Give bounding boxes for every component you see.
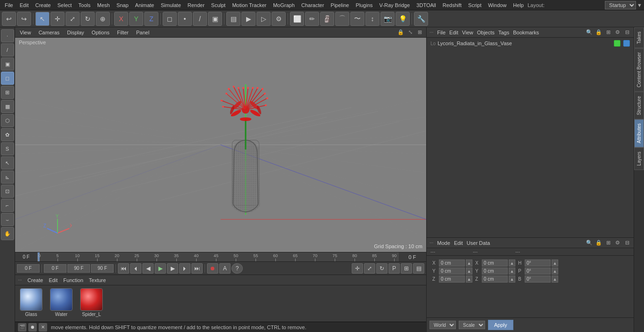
prev-key-btn[interactable]: ◀	[142, 263, 154, 274]
next-key-btn[interactable]: ▶	[167, 263, 178, 274]
material-spider[interactable]: Spider_L	[78, 288, 105, 317]
status-icon-close[interactable]: ✕	[39, 323, 47, 332]
poly-select-btn[interactable]: ⊡	[1, 185, 14, 198]
attr-y-pos-btn[interactable]: ▲	[466, 267, 472, 275]
rotate2-btn[interactable]: ↻	[376, 263, 388, 274]
obj-settings-icon[interactable]: ⚙	[614, 29, 621, 36]
vh-display[interactable]: Display	[65, 29, 86, 36]
attr-x-pos-btn[interactable]: ▲	[466, 259, 472, 267]
attr-y-rot-btn[interactable]: ▲	[509, 267, 515, 275]
mat-function[interactable]: Function	[63, 277, 83, 283]
frame-range-input[interactable]	[91, 264, 114, 273]
points-mode-btn[interactable]: ·	[1, 29, 14, 42]
mat-create[interactable]: Create	[27, 277, 43, 283]
frame-end-input[interactable]	[67, 264, 90, 273]
obj-item-main[interactable]: Lo Lycoris_Radiata_in_Glass_Vase	[427, 38, 634, 49]
attr-z-rot-input[interactable]	[482, 275, 508, 283]
attr-p-input[interactable]	[525, 267, 551, 275]
yaxis-btn[interactable]: Y	[129, 12, 143, 26]
polygon-mode-btn[interactable]: ▣	[1, 57, 14, 71]
texture-btn[interactable]: ▦	[1, 100, 14, 113]
frame-current-input[interactable]	[17, 264, 40, 273]
scale-select[interactable]: Scale	[459, 321, 485, 329]
attr-x-rot-input[interactable]	[482, 259, 508, 267]
obj-search-icon[interactable]: 🔍	[586, 29, 593, 36]
object-mode-btn[interactable]: ◻	[163, 12, 177, 26]
obj-lock-icon[interactable]: 🔒	[595, 29, 603, 36]
transform-btn[interactable]: ⊕	[96, 12, 110, 26]
attr-mode[interactable]: Mode	[437, 240, 450, 246]
next-frame-btn[interactable]: ⏵	[179, 263, 190, 274]
poly-mode-btn[interactable]: ▣	[208, 12, 222, 26]
menu-edit[interactable]: Edit	[17, 1, 32, 9]
material-mode-btn[interactable]: ⬡	[1, 114, 14, 127]
mat-texture[interactable]: Texture	[89, 277, 106, 283]
layout-select[interactable]: Startup	[605, 1, 636, 9]
deform-btn[interactable]: ↕	[365, 12, 380, 26]
autokey-btn[interactable]: A	[219, 263, 231, 274]
uv-mode-btn[interactable]: ⊞	[1, 86, 14, 99]
vp-arrows-icon[interactable]: ⤡	[406, 29, 414, 36]
timeline-ruler[interactable]: 0 5 10 15 20 25 30 35 40 45 50	[38, 252, 398, 261]
vh-cameras[interactable]: Cameras	[37, 29, 62, 36]
record-btn[interactable]: ⏺	[207, 263, 218, 274]
obj-mgr-edit[interactable]: Edit	[449, 30, 458, 35]
attr-search-icon[interactable]: 🔍	[586, 239, 593, 247]
menu-animate[interactable]: Animate	[132, 1, 157, 9]
redo-btn[interactable]: ↪	[17, 12, 31, 26]
paint-btn[interactable]: S	[1, 142, 14, 155]
attr-z-rot-btn[interactable]: ▲	[509, 275, 515, 283]
tab-structure[interactable]: Structure	[634, 92, 644, 120]
rotate-btn[interactable]: ↻	[81, 12, 95, 26]
help-btn[interactable]: ?	[231, 263, 243, 274]
attr-z-pos-input[interactable]	[439, 275, 465, 283]
vp-lock-icon[interactable]: 🔒	[397, 29, 405, 36]
move2-btn[interactable]: ✛	[352, 263, 363, 274]
menu-sculpt[interactable]: Sculpt	[208, 1, 229, 9]
status-icon-record[interactable]: ⏺	[28, 323, 37, 332]
scale2-btn[interactable]: ⤢	[364, 263, 375, 274]
scale-btn[interactable]: ⤢	[66, 12, 80, 26]
vh-filter[interactable]: Filter	[115, 29, 130, 36]
undo-btn[interactable]: ↩	[2, 12, 16, 26]
film-btn[interactable]: ▤	[413, 263, 424, 274]
attr-z-pos-btn[interactable]: ▲	[466, 275, 472, 283]
menu-3dtoall[interactable]: 3DTOAll	[413, 1, 438, 9]
render-settings-btn[interactable]: ⚙	[272, 12, 286, 26]
render-view-btn[interactable]: ▶	[241, 12, 256, 26]
attr-y-pos-input[interactable]	[439, 267, 465, 275]
attr-userdata[interactable]: User Data	[467, 240, 490, 246]
obj-layer-icon[interactable]: ⊞	[604, 29, 612, 36]
attr-layer-icon[interactable]: ⊞	[604, 239, 612, 247]
cube-btn[interactable]: ⬜	[290, 12, 304, 26]
camera2-btn[interactable]: 📷	[380, 12, 395, 26]
menu-mesh[interactable]: Mesh	[94, 1, 113, 9]
sculpt-mode-btn[interactable]: ✿	[1, 128, 14, 141]
snap-btn[interactable]: 🔧	[414, 12, 428, 26]
attr-b-input[interactable]	[525, 275, 551, 283]
light2-btn[interactable]: 💡	[396, 12, 410, 26]
prev-frame-btn[interactable]: ⏴	[130, 263, 141, 274]
render-region-btn[interactable]: ▤	[226, 12, 240, 26]
grab-btn[interactable]: ✋	[1, 227, 14, 240]
vh-view[interactable]: View	[18, 29, 33, 36]
bridge-btn[interactable]: ⌣	[1, 213, 14, 226]
attr-lock-icon[interactable]: 🔒	[595, 239, 603, 247]
material-glass[interactable]: Glass	[18, 288, 44, 317]
menu-redshift[interactable]: Redshift	[440, 1, 464, 9]
frame-start-input[interactable]	[44, 264, 66, 273]
mat-edit[interactable]: Edit	[49, 277, 58, 283]
attr-expand-icon[interactable]: ⊟	[623, 239, 631, 247]
xaxis-btn[interactable]: X	[114, 12, 128, 26]
move-btn[interactable]: ✛	[50, 12, 65, 26]
layout-arrow[interactable]: ▼	[637, 2, 642, 8]
zaxis-btn[interactable]: Z	[144, 12, 158, 26]
tab-attributes[interactable]: Attributes	[634, 119, 644, 147]
menu-motion-tracker[interactable]: Motion Tracker	[229, 1, 269, 9]
vh-panel[interactable]: Panel	[134, 29, 151, 36]
psr-btn[interactable]: P	[388, 263, 400, 274]
menu-snap[interactable]: Snap	[114, 1, 132, 9]
obj-mgr-objects[interactable]: Objects	[477, 30, 495, 35]
menu-mograph[interactable]: MoGraph	[270, 1, 297, 9]
attr-settings-icon[interactable]: ⚙	[614, 239, 621, 247]
